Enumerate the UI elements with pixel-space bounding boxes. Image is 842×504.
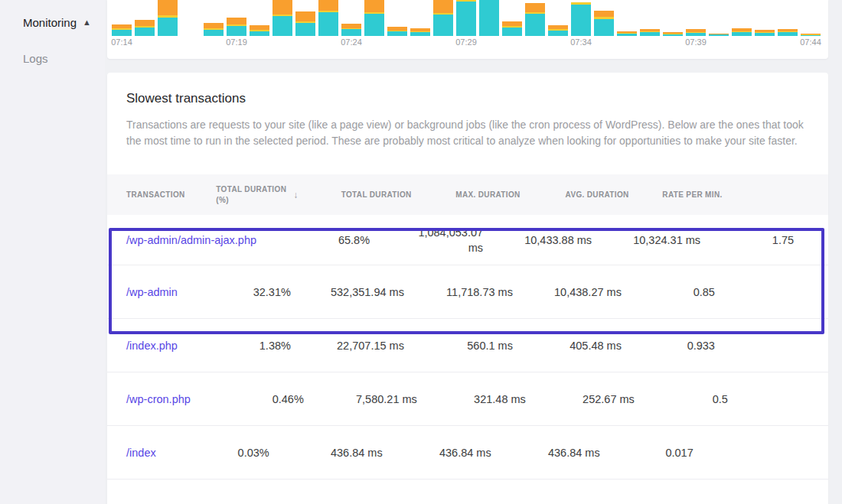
sidebar-item-label: Monitoring bbox=[23, 16, 77, 29]
stacked-bar[interactable] bbox=[640, 29, 660, 36]
max-duration-cell: 560.1 ms bbox=[404, 340, 513, 352]
sidebar-item-label: Logs bbox=[23, 52, 48, 65]
stacked-bar[interactable] bbox=[571, 2, 591, 36]
stacked-bar[interactable] bbox=[341, 24, 361, 36]
x-axis-tick-label: 07:14 bbox=[111, 37, 132, 47]
stacked-bar[interactable] bbox=[273, 0, 292, 36]
sidebar-item-logs[interactable]: Logs bbox=[0, 50, 105, 67]
panel-description: Transactions are requests to your site (… bbox=[126, 117, 809, 149]
transaction-link[interactable]: /wp-admin bbox=[126, 286, 178, 298]
transaction-link[interactable]: /wp-admin/admin-ajax.php bbox=[126, 234, 256, 246]
stacked-bar[interactable] bbox=[433, 0, 453, 36]
column-header-total-duration[interactable]: TOTAL DURATION bbox=[299, 187, 412, 203]
alert-triangle-icon: ▲ bbox=[83, 18, 91, 27]
chart-x-axis: 07:1407:1907:2407:2907:3407:3907:44 bbox=[107, 37, 828, 50]
stacked-bar[interactable] bbox=[410, 28, 430, 36]
stacked-bar[interactable] bbox=[502, 21, 522, 36]
stacked-bar[interactable] bbox=[227, 18, 246, 36]
transaction-link[interactable]: /index.php bbox=[126, 340, 178, 352]
teal-segment bbox=[548, 31, 568, 36]
stacked-bar[interactable] bbox=[594, 11, 614, 36]
stacked-bar[interactable] bbox=[755, 30, 775, 36]
column-header-transaction[interactable]: TRANSACTION bbox=[107, 190, 185, 199]
orange-segment bbox=[158, 0, 178, 15]
stacked-bar[interactable] bbox=[250, 25, 269, 36]
table-row: /index.php1.38%22,707.15 ms560.1 ms405.4… bbox=[107, 319, 828, 372]
teal-segment bbox=[227, 26, 246, 36]
total-duration-cell: 532,351.94 ms bbox=[291, 285, 404, 300]
teal-segment bbox=[135, 28, 155, 36]
sidebar-item-monitoring[interactable]: Monitoring ▲ bbox=[0, 14, 105, 31]
teal-segment bbox=[801, 35, 821, 36]
column-header-total-duration-%[interactable]: TOTAL DURATION (%)↓ bbox=[185, 184, 299, 206]
teal-segment bbox=[204, 30, 224, 36]
max-duration-cell: 321.48 ms bbox=[417, 393, 526, 405]
teal-segment bbox=[709, 34, 729, 36]
orange-segment bbox=[273, 0, 292, 15]
rate-per-min-cell: 0.85 bbox=[622, 286, 733, 298]
total-duration-cell: 1,084,053.07 ms bbox=[370, 225, 483, 255]
stacked-bar[interactable] bbox=[778, 29, 798, 36]
stacked-bar[interactable] bbox=[364, 0, 384, 36]
teal-segment bbox=[617, 34, 637, 36]
stacked-bar[interactable] bbox=[135, 20, 155, 36]
orange-segment bbox=[364, 0, 384, 12]
orange-segment bbox=[295, 11, 315, 21]
x-axis-tick-label: 07:39 bbox=[685, 37, 707, 47]
x-axis-tick-label: 07:24 bbox=[341, 37, 362, 47]
teal-segment bbox=[502, 28, 522, 36]
stacked-bar[interactable] bbox=[617, 31, 637, 36]
orange-segment bbox=[318, 0, 338, 11]
orange-segment bbox=[594, 11, 614, 17]
teal-segment bbox=[158, 18, 178, 36]
column-header-avg-duration[interactable]: AVG. DURATION bbox=[521, 190, 629, 199]
teal-segment bbox=[295, 23, 315, 36]
stacked-bar[interactable] bbox=[295, 11, 315, 36]
stacked-bar[interactable] bbox=[479, 0, 499, 36]
orange-segment bbox=[204, 23, 224, 28]
teal-segment bbox=[755, 33, 775, 36]
stacked-bar[interactable] bbox=[663, 32, 683, 36]
stacked-bar[interactable] bbox=[732, 28, 752, 36]
avg-duration-cell: 10,438.27 ms bbox=[513, 286, 622, 298]
column-header-rate-per-min[interactable]: RATE PER MIN. bbox=[629, 190, 741, 199]
stacked-bar[interactable] bbox=[525, 3, 545, 36]
transaction-cell: /index bbox=[107, 447, 156, 459]
teal-segment bbox=[318, 12, 338, 36]
avg-duration-cell: 252.67 ms bbox=[526, 393, 635, 405]
transaction-link[interactable]: /index bbox=[126, 447, 156, 459]
teal-segment bbox=[364, 14, 384, 36]
total-duration-cell: 7,580.21 ms bbox=[304, 392, 417, 407]
teal-segment bbox=[112, 30, 132, 36]
stacked-bar[interactable] bbox=[158, 0, 178, 36]
x-axis-tick-label: 07:29 bbox=[455, 37, 477, 47]
stacked-bar[interactable] bbox=[686, 29, 706, 36]
stacked-bar[interactable] bbox=[318, 0, 338, 36]
column-header-max-duration[interactable]: MAX. DURATION bbox=[412, 190, 521, 199]
teal-segment bbox=[732, 32, 752, 36]
stacked-bar[interactable] bbox=[387, 27, 407, 36]
rate-per-min-cell: 1.75 bbox=[700, 234, 812, 246]
stacked-bar[interactable] bbox=[801, 34, 821, 36]
stacked-bar[interactable] bbox=[456, 0, 476, 36]
stacked-bar[interactable] bbox=[204, 23, 224, 36]
main-content: 07:1407:1907:2407:2907:3407:3907:44 Slow… bbox=[105, 0, 842, 504]
slowest-transactions-card: Slowest transactions Transactions are re… bbox=[107, 73, 828, 504]
max-duration-cell: 10,433.88 ms bbox=[483, 234, 592, 246]
rate-per-min-cell: 0.017 bbox=[600, 447, 712, 459]
teal-segment bbox=[387, 31, 407, 36]
teal-segment bbox=[640, 32, 660, 36]
stacked-bar[interactable] bbox=[709, 34, 729, 36]
total-duration-cell: 436.84 ms bbox=[269, 445, 383, 460]
teal-segment bbox=[341, 29, 361, 36]
transaction-link[interactable]: /wp-cron.php bbox=[126, 393, 191, 405]
panel-title: Slowest transactions bbox=[126, 91, 809, 106]
total-duration-pct-cell: 32.31% bbox=[178, 286, 291, 298]
table-body: /wp-admin/admin-ajax.php65.8%1,084,053.0… bbox=[107, 215, 828, 480]
orange-segment bbox=[433, 0, 453, 13]
stacked-bar[interactable] bbox=[112, 24, 132, 36]
x-axis-tick-label: 07:19 bbox=[226, 37, 247, 47]
orange-segment bbox=[525, 3, 545, 12]
orange-segment bbox=[135, 20, 155, 26]
stacked-bar[interactable] bbox=[548, 25, 568, 36]
